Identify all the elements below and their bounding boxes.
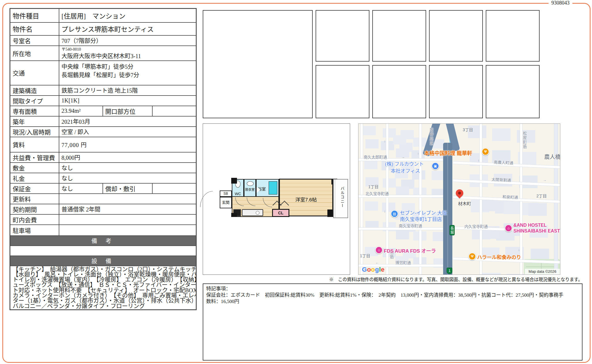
bathtub-icon bbox=[269, 181, 277, 195]
restaurant-icon: Ψ bbox=[468, 253, 476, 260]
poi-label-restaurant: ハラール和食みのり bbox=[477, 253, 521, 260]
road-arrow: ↑ bbox=[417, 151, 419, 156]
poi-label-office: 本社オフィス bbox=[391, 167, 420, 174]
map-buildings bbox=[393, 135, 406, 144]
row-guarantee: 保証金 なし 償却・敷引 bbox=[10, 183, 196, 194]
road-arrow: ← bbox=[375, 260, 379, 265]
photo-box bbox=[372, 10, 426, 62]
photo-box bbox=[316, 65, 369, 118]
row-access: 交通 中央線「堺筋本町」徒歩5分 長堀鶴見線「松屋町」徒歩7分 bbox=[10, 61, 196, 85]
street bbox=[360, 124, 363, 275]
street-label: 南久太郎町通 bbox=[364, 154, 387, 160]
row-layout: 間取タイプ 1K[1K] bbox=[10, 96, 196, 106]
poi-label-hostel: &AND HOSTEL bbox=[513, 223, 547, 228]
road-arrow: ↓ bbox=[384, 139, 386, 143]
address-text: 大阪府大阪市中央区材木町3-11 bbox=[62, 52, 194, 60]
street-label: 太閤背割通 bbox=[492, 176, 511, 183]
street-label-vertical: 阪神高速 bbox=[428, 128, 434, 146]
poi-label-restaurant: 本格中国料理 龍華軒 bbox=[424, 149, 472, 157]
poi-label-hostel: FDS AURA FDS オーラ bbox=[384, 247, 436, 254]
street-label: 内久宝寺町通 bbox=[464, 223, 488, 229]
access-line1: 中央線「堺筋本町」徒歩5分 bbox=[62, 62, 194, 70]
street-label: 南久宝寺町通 bbox=[399, 223, 422, 228]
district-label: 3丁目 bbox=[463, 127, 473, 132]
road-arrow: → bbox=[401, 155, 405, 159]
remarks-body-row bbox=[10, 246, 196, 256]
street-label: 博労町通 bbox=[395, 260, 411, 265]
district-label: 2丁目 bbox=[536, 193, 547, 199]
photo-box bbox=[486, 65, 540, 118]
route-1-shield: 1 bbox=[447, 268, 452, 274]
street bbox=[554, 124, 558, 275]
pillar bbox=[231, 178, 237, 184]
row-key-money: 礼金 なし bbox=[10, 173, 196, 183]
kitchen-sink bbox=[242, 209, 263, 216]
nagahori-exit-badge: 長堀 bbox=[449, 225, 455, 235]
pillar bbox=[231, 213, 237, 217]
property-sheet: 9308043 物件種目 [住居用] マンション 物件名 プレサンス堺筋本町セン… bbox=[0, 0, 592, 364]
poi-label-hostel: SHINSAIBASHI EAST bbox=[513, 228, 560, 234]
row-address: 所在地 〒540-0010 大阪府大阪市中央区材木町3-11 bbox=[10, 46, 196, 61]
map-copyright: Map data ©2026 bbox=[525, 269, 560, 275]
row-room-no: 号室名 707（7階部分） bbox=[10, 35, 196, 46]
office-icon: ▣ bbox=[432, 162, 439, 170]
postal-code: 〒540-0010 bbox=[62, 47, 194, 52]
row-property-type: 物件種目 [住居用] マンション bbox=[10, 9, 196, 22]
district-label: 1丁目 bbox=[368, 184, 379, 189]
restaurant-icon: Ψ bbox=[482, 148, 489, 155]
bath-door bbox=[257, 187, 261, 193]
bathroom: 浴室 bbox=[256, 179, 279, 197]
poi-label-office: (株) フルカウント bbox=[385, 160, 424, 167]
photo-box-main bbox=[203, 10, 313, 118]
district-label: 1丁目 bbox=[360, 253, 370, 258]
row-parking: 駐車場 bbox=[10, 225, 196, 236]
sink-icon bbox=[247, 181, 254, 186]
area-label-noninbashi: 農人橋 bbox=[544, 153, 560, 160]
road-arrow: → bbox=[543, 178, 547, 182]
row-area: 専有面積 23.94m² 開口部方位 bbox=[10, 106, 196, 116]
photo-box bbox=[486, 10, 540, 62]
pin-area-label: 材木町 bbox=[458, 200, 471, 206]
remarks-header-bar: 備 考 bbox=[10, 236, 196, 246]
road-arrow: ↓ bbox=[384, 209, 386, 213]
row-town-fee: 町内会費 bbox=[10, 214, 196, 225]
google-logo: Google bbox=[362, 266, 385, 273]
row-contract: 契約期間 普通借家 2年間 bbox=[10, 204, 196, 214]
street-label: 南農人町通 bbox=[494, 159, 513, 166]
photo-box bbox=[429, 65, 483, 118]
convenience-store-icon: ▤ bbox=[391, 210, 398, 218]
poi-label-store: 南久宝寺町1丁目店 bbox=[400, 215, 442, 222]
entrance: 玄関 bbox=[220, 197, 232, 208]
property-table: 物件種目 [住居用] マンション 物件名 プレサンス堺筋本町センティス 号室名 … bbox=[10, 8, 197, 310]
floor-plan: SB 玄関 WC 脱衣室 浴室 洋室7.6帖 bbox=[212, 173, 349, 224]
road-arrow: ↓ bbox=[518, 247, 520, 252]
street-label: 和泉町通 bbox=[502, 194, 518, 200]
row-status: 現況/入居時期 空室 / 即入 bbox=[10, 127, 196, 137]
street-label-vertical: 松屋町筋 bbox=[521, 131, 527, 149]
rent-value: 77,000 円 bbox=[59, 137, 196, 152]
street-label: 北久宝寺町通 bbox=[365, 190, 389, 196]
document-id: 9308043 bbox=[549, 0, 572, 6]
road-arrow: ↑ bbox=[478, 158, 480, 163]
map-buildings bbox=[363, 126, 376, 135]
equipment-header-bar: 設 備 bbox=[10, 256, 196, 266]
row-rent: 賃料 77,000 円 bbox=[10, 137, 196, 152]
hostel-icon: ⌂ bbox=[505, 224, 512, 232]
row-renewal-fee: 更新料 bbox=[10, 194, 196, 204]
equipment-text: 【キッチン】 給湯器（都市ガス）・ガスコンロ（2口）・システムキッチン【水廻り】… bbox=[10, 266, 196, 310]
dressing-room: 脱衣室 bbox=[244, 179, 256, 197]
row-structure: 建築構造 鉄筋コンクリート造 地上15階 bbox=[10, 85, 196, 96]
hostel-icon: ⌂ bbox=[375, 246, 383, 254]
row-deposit: 敷金 なし bbox=[10, 163, 196, 173]
row-property-name: 物件名 プレサンス堺筋本町センティス bbox=[10, 22, 196, 35]
floor-plan-panel: SB 玄関 WC 脱衣室 浴室 洋室7.6帖 bbox=[203, 123, 350, 275]
row-common-fee: 共益費・管理費 8,000円 bbox=[10, 152, 196, 163]
location-map: ↓ ↑ ↑ ↓ → ← ↑ ↓ → → 3丁目 1丁目 1丁目 2丁目 農人橋 … bbox=[358, 123, 560, 275]
access-line2: 長堀鶴見線「松屋町」徒歩7分 bbox=[62, 70, 194, 79]
row-built: 築年 2021年03月 bbox=[10, 116, 196, 127]
photo-box bbox=[372, 65, 426, 118]
balcony: バルコニー bbox=[333, 179, 348, 218]
special-notes-box: 特記事項：保証会社：エポスカード 初回保証料:総賃料30% 更新料:総賃料1%・… bbox=[203, 283, 582, 361]
equipment-body-row: 【キッチン】 給湯器（都市ガス）・ガスコンロ（2口）・システムキッチン【水廻り】… bbox=[10, 266, 196, 310]
closet: CL bbox=[272, 209, 289, 217]
